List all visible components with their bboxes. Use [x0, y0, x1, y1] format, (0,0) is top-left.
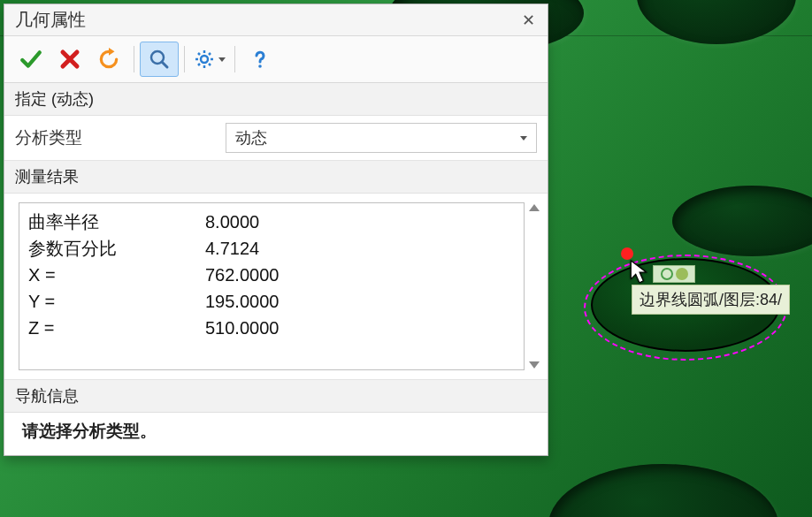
chevron-down-icon [520, 136, 527, 141]
analysis-type-value: 动态 [235, 127, 267, 148]
chevron-down-icon [218, 57, 226, 62]
result-row: Z =510.0000 [28, 315, 515, 341]
result-row: 曲率半径8.0000 [28, 209, 515, 235]
cancel-button[interactable] [50, 42, 89, 77]
result-label: Z = [28, 315, 205, 341]
result-value: 8.0000 [205, 209, 259, 235]
measure-point[interactable] [621, 247, 633, 260]
ok-icon [19, 48, 42, 71]
arc-filter-icon [661, 268, 673, 280]
toolbar-separator [234, 46, 235, 72]
scroll-up-icon[interactable] [529, 204, 540, 211]
close-icon: ✕ [522, 11, 535, 30]
zoom-icon [149, 49, 170, 70]
results-area: 曲率半径8.0000参数百分比4.7124X =762.0000Y =195.0… [4, 194, 548, 380]
results-section-header[interactable]: 测量结果 [4, 161, 548, 194]
cursor-icon [630, 260, 649, 285]
close-button[interactable]: ✕ [516, 10, 540, 31]
result-row: 参数百分比4.7124 [28, 235, 515, 262]
scroll-down-icon[interactable] [529, 361, 540, 369]
nav-message: 请选择分析类型。 [4, 413, 548, 455]
results-textbox[interactable]: 曲率半径8.0000参数百分比4.7124X =762.0000Y =195.0… [19, 202, 525, 370]
specify-section-header[interactable]: 指定 (动态) [4, 83, 548, 116]
ok-button[interactable] [11, 42, 50, 77]
result-value: 195.0000 [205, 288, 279, 315]
result-label: 曲率半径 [28, 209, 205, 235]
result-row: X =762.0000 [28, 262, 515, 288]
result-label: 参数百分比 [28, 235, 205, 262]
cancel-icon [59, 49, 80, 70]
toolbar-separator [184, 46, 185, 72]
selection-filter-strip[interactable] [653, 265, 695, 283]
analysis-type-label: 分析类型 [15, 126, 218, 149]
undo-icon [97, 48, 120, 71]
face-filter-icon [676, 268, 688, 280]
svg-point-1 [201, 56, 208, 63]
nav-section-header[interactable]: 导航信息 [4, 380, 548, 413]
result-value: 510.0000 [205, 315, 279, 341]
result-row: Y =195.0000 [28, 288, 515, 315]
settings-button[interactable] [190, 42, 229, 77]
result-value: 762.0000 [205, 262, 279, 288]
analysis-type-row: 分析类型 动态 [4, 116, 548, 161]
settings-icon [194, 49, 215, 70]
zoom-button[interactable] [140, 42, 179, 77]
result-value: 4.7124 [205, 235, 259, 262]
model-hole [672, 186, 812, 256]
hover-tooltip: 边界线圆弧/图层:84/ [632, 285, 790, 315]
results-scrollbar[interactable] [525, 202, 540, 370]
model-hole [637, 0, 796, 44]
dialog-titlebar[interactable]: 几何属性 ✕ [4, 4, 548, 36]
dialog-title: 几何属性 [15, 8, 86, 32]
toolbar-separator [134, 46, 134, 72]
help-icon [249, 49, 271, 70]
model-hole [548, 464, 778, 517]
analysis-type-dropdown[interactable]: 动态 [226, 123, 537, 153]
dialog-toolbar [4, 36, 548, 83]
geometry-properties-dialog: 几何属性 ✕ 指定 (动态) 分析类型 动态 [4, 4, 548, 456]
result-label: Y = [28, 288, 205, 315]
result-label: X = [28, 262, 205, 288]
svg-point-2 [258, 65, 262, 68]
help-button[interactable] [241, 42, 280, 77]
undo-button[interactable] [89, 42, 128, 77]
